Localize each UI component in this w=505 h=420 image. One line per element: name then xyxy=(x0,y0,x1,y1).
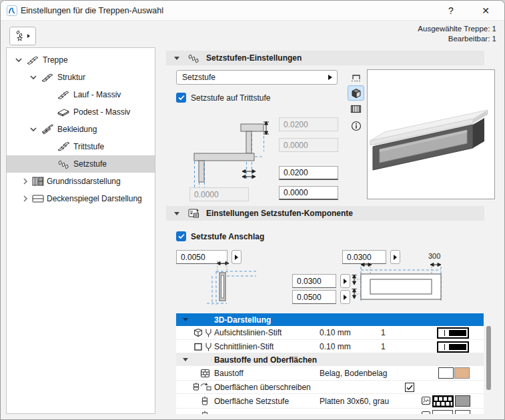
table-row-surface-riser[interactable]: Oberfläche Setzstufe Platten 30x60, grau xyxy=(176,394,484,409)
riser-on-tread-checkbox-row[interactable]: Setzstufe auf Trittstufe xyxy=(176,93,270,103)
surface-color-swatch[interactable] xyxy=(455,410,470,414)
cut-fill-swatch[interactable] xyxy=(438,367,454,379)
riser-offset-bottom-field xyxy=(189,187,249,201)
preview-plan-button[interactable] xyxy=(348,70,364,85)
row-value[interactable]: Belag, Bodenbelag xyxy=(320,369,387,378)
spinner-arrow-icon xyxy=(344,295,347,300)
table-row-partial[interactable] xyxy=(176,409,484,414)
close-button[interactable]: ✕ xyxy=(471,1,500,21)
favorites-button[interactable] xyxy=(9,27,36,45)
component-settings-icon xyxy=(187,208,199,219)
table-group-materials[interactable]: Baustoffe und Oberflächen xyxy=(176,353,484,366)
tree-item-trittstufe[interactable]: Trittstufe xyxy=(7,138,155,155)
surface-brush-icon xyxy=(200,411,209,414)
info-icon xyxy=(351,121,362,131)
row-label: Oberfläche Setzstufe xyxy=(214,397,289,406)
row-label: Schnittlinien-Stift xyxy=(214,342,274,351)
chevron-right-icon[interactable] xyxy=(21,195,29,203)
tree-item-deckenspiegel[interactable]: Deckenspiegel Darstellung xyxy=(7,190,155,207)
tree-item-lauf-massiv[interactable]: Lauf - Massiv xyxy=(7,86,155,103)
cube-pen-icon xyxy=(193,328,213,338)
riser-3d-rendering xyxy=(368,70,494,199)
override-checkbox[interactable] xyxy=(405,383,414,392)
riser-type-value: Setzstufe xyxy=(182,73,215,82)
tree-label: Trittstufe xyxy=(73,142,104,151)
square-pen-icon xyxy=(193,342,213,352)
pen-thickness-mark xyxy=(444,344,445,350)
section-title: Einstellungen Setzstufen-Komponente xyxy=(206,209,353,218)
help-button[interactable]: ? xyxy=(436,1,466,21)
riser-settings-header[interactable]: Setzstufen-Einstellungen xyxy=(166,51,484,65)
chevron-down-icon[interactable] xyxy=(29,73,37,81)
table-row-schnittlinien[interactable]: Schnittlinien-Stift 0.10 mm 1 xyxy=(176,340,484,353)
collapse-triangle-icon[interactable] xyxy=(174,212,179,215)
row-value[interactable]: 0.10 mm xyxy=(320,342,351,351)
tree-label: Lauf - Massiv xyxy=(73,90,121,99)
riser-type-dropdown[interactable]: Setzstufe xyxy=(176,70,338,85)
dropdown-arrow-icon xyxy=(328,75,332,80)
riser-3d-preview[interactable] xyxy=(367,69,495,199)
tree-label: Bekleidung xyxy=(57,125,97,134)
tree-item-struktur[interactable]: Struktur xyxy=(7,69,155,86)
surface-pattern-swatch[interactable] xyxy=(432,410,453,414)
film-strip-icon xyxy=(350,104,362,114)
tree-item-bekleidung[interactable]: Bekleidung xyxy=(7,121,155,138)
table-scrollbar[interactable] xyxy=(486,326,491,390)
riser-inset-field[interactable] xyxy=(279,186,338,200)
tree-label: Setzstufe xyxy=(73,159,107,169)
table-row-override-surfaces[interactable]: Oberflächen überschreiben xyxy=(176,381,484,394)
collapse-triangle-icon[interactable] xyxy=(174,57,179,60)
chevron-down-icon[interactable] xyxy=(29,125,37,133)
preview-info-button[interactable] xyxy=(348,118,364,133)
riser-offset-top-field xyxy=(279,117,338,131)
checkbox-checked-icon[interactable] xyxy=(176,231,186,241)
pen-number[interactable]: 1 xyxy=(381,328,386,337)
override-surfaces-icon xyxy=(192,382,213,393)
table-group-3d[interactable]: 3D-Darstellung xyxy=(176,313,484,326)
panel-bottom-offset-field[interactable] xyxy=(292,290,336,304)
ceiling-icon xyxy=(32,193,44,204)
flight-icon xyxy=(57,89,69,100)
group-collapse-icon[interactable] xyxy=(183,358,188,361)
riser-thickness-field[interactable] xyxy=(279,166,338,180)
tree-item-setzstufe[interactable]: Setzstufe xyxy=(7,155,155,173)
tree-item-treppe[interactable]: Treppe xyxy=(7,51,155,69)
pen-color-widget[interactable] xyxy=(437,327,469,339)
row-value[interactable]: Platten 30x60, grau xyxy=(320,397,389,406)
floorplan-icon xyxy=(32,176,44,187)
tree-item-podest-massiv[interactable]: Podest - Massiv xyxy=(7,103,155,121)
texture-image-icon[interactable] xyxy=(421,411,431,414)
tree-item-grundrissdarstellung[interactable]: Grundrissdarstellung xyxy=(7,173,155,190)
plan-view-icon xyxy=(351,73,362,83)
surface-color-swatch[interactable] xyxy=(455,395,470,407)
pen-color-widget[interactable] xyxy=(437,341,469,353)
surface-pattern-swatch[interactable] xyxy=(432,395,454,407)
spinner-arrow-icon xyxy=(344,279,347,284)
row-label: Baustoff xyxy=(214,369,243,378)
row-label: Oberflächen überschreiben xyxy=(214,383,311,392)
tread-icon xyxy=(57,141,69,152)
material-color-swatch[interactable] xyxy=(454,367,470,379)
component-settings-header[interactable]: Einstellungen Setzstufen-Komponente xyxy=(166,206,484,221)
table-row-baustoff[interactable]: Baustoff Belag, Bodenbelag xyxy=(176,366,484,381)
row-label: Aufsichtslinien-Stift xyxy=(214,328,282,337)
structure-icon xyxy=(41,72,53,83)
group-collapse-icon[interactable] xyxy=(183,318,188,321)
pen-number[interactable]: 1 xyxy=(381,342,386,351)
table-row-aufsichtslinien[interactable]: Aufsichtslinien-Stift 0.10 mm 1 xyxy=(176,326,484,340)
checkbox-checked-icon[interactable] xyxy=(176,93,186,103)
favorites-star-icon xyxy=(14,30,31,42)
preview-3d-button[interactable] xyxy=(348,85,364,101)
anschlag-diagram xyxy=(197,259,258,309)
texture-image-icon[interactable] xyxy=(421,396,431,405)
preview-section-button[interactable] xyxy=(348,101,364,117)
app-icon xyxy=(7,5,17,16)
section-title: Setzstufen-Einstellungen xyxy=(206,53,302,63)
chevron-right-icon[interactable] xyxy=(21,177,29,185)
row-value[interactable]: 0.10 mm xyxy=(320,328,351,337)
group-title: Baustoffe und Oberflächen xyxy=(214,355,317,365)
panel-top-offset-field[interactable] xyxy=(292,274,336,288)
riser-icon xyxy=(57,159,69,169)
chevron-down-icon[interactable] xyxy=(15,56,23,64)
riser-anschlag-checkbox-row[interactable]: Setzstufe Anschlag xyxy=(176,231,264,241)
